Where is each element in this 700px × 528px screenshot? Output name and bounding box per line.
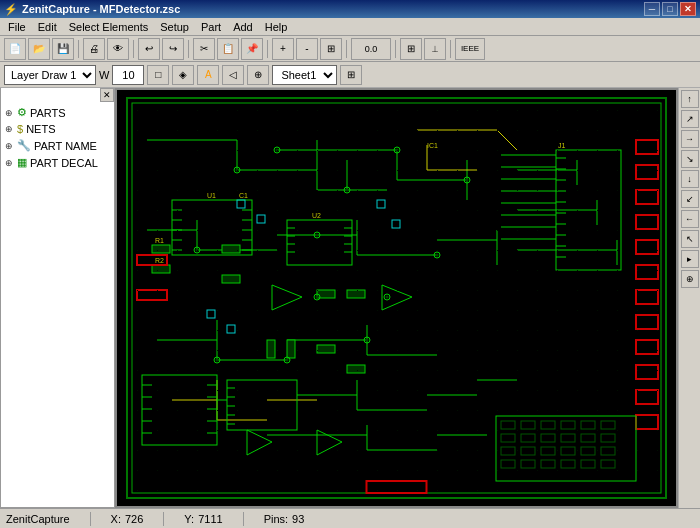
y-value: 7111 (198, 513, 222, 525)
print-button[interactable]: 🖨 (83, 38, 105, 60)
rt-btn-7[interactable]: ← (681, 210, 699, 228)
sep1 (78, 40, 79, 58)
tree-item-part-decal[interactable]: ⊕ ▦ PART DECAL (1, 154, 114, 171)
part-name-expand-icon: ⊕ (5, 141, 17, 151)
rt-btn-3[interactable]: → (681, 130, 699, 148)
minimize-button[interactable]: ─ (644, 2, 660, 16)
sep2 (133, 40, 134, 58)
undo-button[interactable]: ↩ (138, 38, 160, 60)
menu-help[interactable]: Help (259, 20, 294, 34)
part-name-label: PART NAME (34, 140, 97, 152)
y-label: Y: (184, 513, 194, 525)
left-panel: ✕ ⊕ ⚙ PARTS ⊕ $ NETS ⊕ 🔧 PART NAME ⊕ ▦ P… (0, 88, 115, 508)
parts-icon: ⚙ (17, 106, 27, 119)
menu-part[interactable]: Part (195, 20, 227, 34)
menu-setup[interactable]: Setup (154, 20, 195, 34)
sheet-btn[interactable]: ⊞ (340, 65, 362, 85)
paste-button[interactable]: 📌 (241, 38, 263, 60)
pcb-canvas-area[interactable] (115, 88, 678, 508)
width-input[interactable] (112, 65, 144, 85)
rt-btn-zoom[interactable]: ⊕ (681, 270, 699, 288)
rt-btn-2[interactable]: ↗ (681, 110, 699, 128)
close-button[interactable]: ✕ (680, 2, 696, 16)
status-divider-3 (243, 512, 244, 526)
title-bar-left: ⚡ ZenitCapture - MFDetector.zsc (4, 3, 180, 16)
tree-item-parts[interactable]: ⊕ ⚙ PARTS (1, 104, 114, 121)
menu-edit[interactable]: Edit (32, 20, 63, 34)
sep5 (346, 40, 347, 58)
preview-button[interactable]: 👁 (107, 38, 129, 60)
sheet-select[interactable]: Sheet1 (272, 65, 337, 85)
menu-bar: File Edit Select Elements Setup Part Add… (0, 18, 700, 36)
window-title: ZenitCapture - MFDetector.zsc (22, 3, 180, 15)
app-icon: ⚡ (4, 3, 18, 16)
x-value: 726 (125, 513, 143, 525)
x-label: X: (111, 513, 121, 525)
rt-btn-5[interactable]: ↓ (681, 170, 699, 188)
part-name-icon: 🔧 (17, 139, 31, 152)
save-button[interactable]: 💾 (52, 38, 74, 60)
zoom-out-button[interactable]: - (296, 38, 318, 60)
title-bar: ⚡ ZenitCapture - MFDetector.zsc ─ □ ✕ (0, 0, 700, 18)
main-content: ✕ ⊕ ⚙ PARTS ⊕ $ NETS ⊕ 🔧 PART NAME ⊕ ▦ P… (0, 88, 700, 508)
toolbar-2: Layer Draw 1 W □ ◈ A ◁ ⊕ Sheet1 ⊞ (0, 62, 700, 88)
status-bar: ZenitCapture X: 726 Y: 7111 Pins: 93 (0, 508, 700, 528)
snap-button[interactable]: ⟂ (424, 38, 446, 60)
rt-btn-select[interactable]: ▸ (681, 250, 699, 268)
part-decal-label: PART DECAL (30, 157, 98, 169)
rt-btn-4[interactable]: ↘ (681, 150, 699, 168)
app-name-status: ZenitCapture (6, 513, 70, 525)
status-divider-2 (163, 512, 164, 526)
coord-x-section: X: 726 (111, 513, 144, 525)
nets-icon: $ (17, 123, 23, 135)
coord-display: 0.0 (351, 38, 391, 60)
part-decal-expand-icon: ⊕ (5, 158, 17, 168)
panel-close-button[interactable]: ✕ (100, 88, 114, 102)
menu-file[interactable]: File (2, 20, 32, 34)
cut-button[interactable]: ✂ (193, 38, 215, 60)
tree-item-nets[interactable]: ⊕ $ NETS (1, 121, 114, 137)
zoom-in-button[interactable]: + (272, 38, 294, 60)
sep6 (395, 40, 396, 58)
new-button[interactable]: 📄 (4, 38, 26, 60)
pins-label: Pins: (264, 513, 288, 525)
menu-select-elements[interactable]: Select Elements (63, 20, 154, 34)
rt-btn-1[interactable]: ↑ (681, 90, 699, 108)
tree-item-part-name[interactable]: ⊕ 🔧 PART NAME (1, 137, 114, 154)
menu-add[interactable]: Add (227, 20, 259, 34)
sep3 (188, 40, 189, 58)
pins-value: 93 (292, 513, 304, 525)
title-bar-controls: ─ □ ✕ (644, 2, 696, 16)
grid-button[interactable]: ⊞ (400, 38, 422, 60)
layer-select[interactable]: Layer Draw 1 (4, 65, 96, 85)
sep7 (450, 40, 451, 58)
pins-section: Pins: 93 (264, 513, 305, 525)
layer-btn3[interactable]: A (197, 65, 219, 85)
layer-btn2[interactable]: ◈ (172, 65, 194, 85)
copy-button[interactable]: 📋 (217, 38, 239, 60)
part-decal-icon: ▦ (17, 156, 27, 169)
pcb-canvas (117, 90, 676, 506)
nets-expand-icon: ⊕ (5, 124, 17, 134)
layer-btn1[interactable]: □ (147, 65, 169, 85)
rt-btn-6[interactable]: ↙ (681, 190, 699, 208)
right-toolbar: ↑ ↗ → ↘ ↓ ↙ ← ↖ ▸ ⊕ (678, 88, 700, 508)
rt-btn-8[interactable]: ↖ (681, 230, 699, 248)
ieee-button[interactable]: IEEE (455, 38, 485, 60)
coord-y-section: Y: 7111 (184, 513, 222, 525)
layer-btn4[interactable]: ◁ (222, 65, 244, 85)
maximize-button[interactable]: □ (662, 2, 678, 16)
parts-label: PARTS (30, 107, 66, 119)
nets-label: NETS (26, 123, 55, 135)
parts-expand-icon: ⊕ (5, 108, 17, 118)
layer-btn5[interactable]: ⊕ (247, 65, 269, 85)
status-divider-1 (90, 512, 91, 526)
sep4 (267, 40, 268, 58)
open-button[interactable]: 📂 (28, 38, 50, 60)
zoom-fit-button[interactable]: ⊞ (320, 38, 342, 60)
redo-button[interactable]: ↪ (162, 38, 184, 60)
w-label: W (99, 69, 109, 81)
toolbar-1: 📄 📂 💾 🖨 👁 ↩ ↪ ✂ 📋 📌 + - ⊞ 0.0 ⊞ ⟂ IEEE (0, 36, 700, 62)
